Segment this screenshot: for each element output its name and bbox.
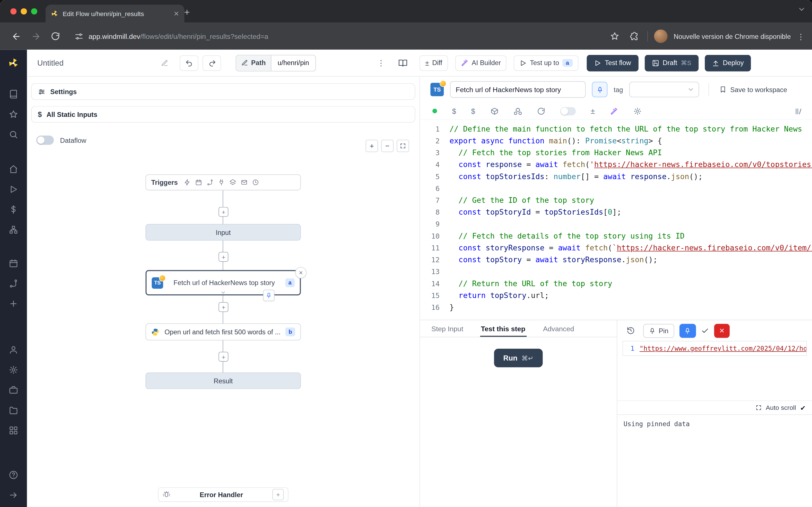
- pin-toggle-button[interactable]: [592, 82, 607, 97]
- code-editor[interactable]: 1// Define the main function to fetch th…: [420, 120, 812, 320]
- help-icon[interactable]: [7, 468, 20, 482]
- code-line[interactable]: 11 const storyResponse = await fetch(`ht…: [420, 242, 812, 254]
- editor-toggle[interactable]: [560, 107, 576, 115]
- new-tab-button[interactable]: ＋: [180, 5, 194, 18]
- windmill-logo[interactable]: [7, 56, 20, 70]
- tab-test-this-step[interactable]: Test this step: [480, 320, 526, 337]
- flow-title-field[interactable]: Untitled: [37, 59, 168, 67]
- path-value[interactable]: u/henri/pin: [271, 55, 315, 71]
- step-node-b[interactable]: Open url and fetch first 500 words of ..…: [146, 323, 301, 341]
- minimize-window-button[interactable]: [20, 8, 27, 14]
- all-static-inputs-row[interactable]: $ All Static Inputs: [31, 106, 415, 123]
- test-up-to-button[interactable]: Test up to a: [514, 55, 578, 71]
- run-button[interactable]: Run ⌘↵: [494, 349, 543, 367]
- profile-avatar[interactable]: [654, 30, 667, 43]
- kafka-icon[interactable]: [230, 179, 236, 186]
- webhook-icon[interactable]: [184, 179, 191, 186]
- zoom-out-button[interactable]: −: [381, 140, 394, 152]
- home-icon[interactable]: [7, 163, 20, 176]
- tag-select[interactable]: [629, 82, 699, 97]
- dependencies-icon[interactable]: [513, 107, 522, 115]
- edit-title-pencil-icon[interactable]: [161, 59, 168, 66]
- docs-book-icon[interactable]: [394, 55, 412, 71]
- save-to-workspace-button[interactable]: Save to workspace: [719, 86, 787, 94]
- test-flow-button[interactable]: Test flow: [587, 55, 638, 71]
- tab-close-icon[interactable]: ✕: [173, 10, 179, 18]
- collapse-arrow-icon[interactable]: [7, 489, 20, 502]
- runs-play-icon[interactable]: [7, 182, 20, 196]
- triggers-node[interactable]: Triggers: [146, 174, 301, 190]
- code-line[interactable]: 3 // Fetch the top stories from Hacker N…: [420, 147, 812, 159]
- auto-scroll-check-icon[interactable]: ✔: [800, 404, 806, 412]
- apps-grid-icon[interactable]: [7, 424, 20, 437]
- schedules-calendar-icon[interactable]: [7, 257, 20, 270]
- input-node[interactable]: Input: [146, 224, 301, 240]
- code-line[interactable]: 7 // Get the ID of the top story: [420, 194, 812, 207]
- error-handler-node[interactable]: Error Handler ＋: [158, 487, 289, 502]
- draft-button[interactable]: Draft ⌘S: [645, 55, 698, 71]
- tab-advanced[interactable]: Advanced: [542, 320, 575, 337]
- pinned-value-editor[interactable]: 1 "https://www.geoffreylitt.com/2025/04/…: [622, 341, 807, 356]
- chrome-update-text[interactable]: Nouvelle version de Chrome disponible: [673, 33, 791, 40]
- fit-view-button[interactable]: [397, 140, 409, 152]
- extensions-puzzle-icon[interactable]: [627, 27, 641, 45]
- code-line[interactable]: 15 return topStory.url;: [420, 290, 812, 302]
- ai-wand-icon[interactable]: [610, 107, 618, 115]
- variables-dollar-icon[interactable]: [7, 203, 20, 216]
- user-icon[interactable]: [7, 343, 20, 356]
- code-line[interactable]: 5 const topStoriesIds: number[] = await …: [420, 171, 812, 182]
- ai-builder-button[interactable]: AI Builder: [455, 55, 507, 71]
- add-step-button[interactable]: ＋: [218, 352, 229, 362]
- library-icon[interactable]: [795, 107, 803, 115]
- code-line[interactable]: 12 const topStory = await storyResponse.…: [420, 254, 812, 266]
- pinned-step-pin-icon[interactable]: [263, 290, 274, 301]
- close-window-button[interactable]: [10, 8, 17, 14]
- add-plus-icon[interactable]: [7, 297, 20, 311]
- site-settings-icon[interactable]: [74, 32, 83, 41]
- schedule-icon[interactable]: [195, 179, 202, 186]
- star-icon[interactable]: [7, 108, 20, 121]
- code-line[interactable]: 8 const topStoryId = topStoriesIds[0];: [420, 207, 812, 218]
- code-line[interactable]: 4 const response = await fetch('https://…: [420, 159, 812, 171]
- code-line[interactable]: 2export async function main(): Promise<s…: [420, 135, 812, 147]
- add-step-button[interactable]: ＋: [218, 252, 229, 262]
- email-icon[interactable]: [241, 179, 248, 186]
- add-error-handler-button[interactable]: ＋: [272, 489, 284, 500]
- gear-icon[interactable]: [7, 363, 20, 377]
- resources-dollar-icon[interactable]: $: [471, 107, 475, 115]
- forward-icon[interactable]: [27, 27, 45, 45]
- journal-icon[interactable]: [7, 87, 20, 101]
- variables-dollar-icon[interactable]: $: [452, 107, 456, 115]
- websocket-icon[interactable]: [218, 179, 225, 186]
- pin-button[interactable]: Pin: [643, 324, 674, 338]
- url-text[interactable]: app.windmill.dev/flows/edit/u/henri/pin_…: [89, 33, 268, 40]
- flows-route-icon[interactable]: [7, 277, 20, 290]
- pin-active-button[interactable]: [679, 324, 696, 338]
- back-icon[interactable]: [7, 27, 25, 45]
- browser-menu-icon[interactable]: ⋮: [797, 33, 805, 40]
- resources-sitemap-icon[interactable]: [7, 223, 20, 237]
- add-step-button[interactable]: ＋: [218, 302, 229, 312]
- settings-row[interactable]: Settings: [31, 83, 415, 100]
- code-line[interactable]: 13: [420, 266, 812, 278]
- code-line[interactable]: 10 // Fetch the details of the top story…: [420, 230, 812, 242]
- path-control[interactable]: Path u/henri/pin: [236, 55, 316, 71]
- folder-icon[interactable]: [7, 404, 20, 417]
- reload-icon[interactable]: [537, 107, 545, 115]
- remove-step-close-icon[interactable]: ✕: [295, 267, 306, 278]
- code-line[interactable]: 9: [420, 218, 812, 230]
- step-node-a-selected[interactable]: TS Fetch url of HackerNews top story a: [146, 270, 301, 295]
- code-line[interactable]: 1// Define the main function to fetch th…: [420, 123, 812, 135]
- search-icon[interactable]: [7, 128, 20, 142]
- diff-button[interactable]: ± Diff: [419, 55, 448, 71]
- undo-button[interactable]: [180, 55, 198, 71]
- settings-gear-icon[interactable]: [633, 107, 642, 115]
- clear-pin-button[interactable]: [714, 324, 729, 338]
- code-line[interactable]: 6: [420, 182, 812, 194]
- route-icon[interactable]: [207, 179, 213, 186]
- maximize-window-button[interactable]: [31, 8, 37, 14]
- dataflow-toggle[interactable]: [36, 135, 54, 145]
- window-controls[interactable]: [10, 8, 38, 14]
- history-icon[interactable]: [623, 324, 638, 337]
- bookmark-star-icon[interactable]: [608, 27, 621, 45]
